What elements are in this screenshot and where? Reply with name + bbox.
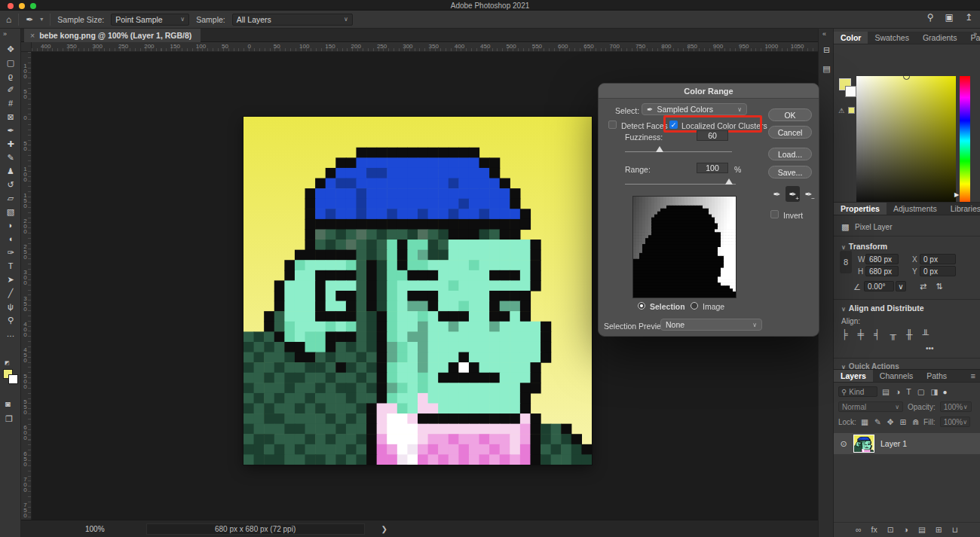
- tab-paths[interactable]: Paths: [920, 370, 954, 382]
- more-tools-icon[interactable]: …: [2, 327, 19, 340]
- frame-tool-icon[interactable]: ⊠: [2, 110, 19, 124]
- selection-radio[interactable]: [638, 302, 645, 310]
- tab-swatches[interactable]: Swatches: [868, 32, 916, 44]
- zoom-tool-icon[interactable]: ⚲: [2, 313, 19, 327]
- x-field[interactable]: 0 px: [920, 254, 956, 264]
- object-selection-tool-icon[interactable]: ✐: [2, 83, 19, 96]
- image-radio[interactable]: [691, 302, 698, 310]
- status-chevron-icon[interactable]: ❯: [381, 525, 387, 533]
- gradient-tool-icon[interactable]: ▧: [2, 205, 19, 218]
- gamut-color-chip[interactable]: [848, 107, 855, 114]
- tab-adjustments[interactable]: Adjustments: [887, 203, 944, 215]
- color-field-marker[interactable]: [903, 73, 910, 80]
- saturation-brightness-field[interactable]: [856, 76, 956, 211]
- lock-position-icon[interactable]: ✥: [887, 417, 894, 426]
- dialog-title[interactable]: Color Range: [599, 84, 819, 99]
- crop-tool-icon[interactable]: #: [2, 96, 19, 110]
- ok-button[interactable]: OK: [768, 108, 812, 121]
- pen-tool-icon[interactable]: ✑: [2, 246, 19, 259]
- collapse-panels-icon[interactable]: »: [973, 30, 977, 38]
- eyedropper-tool-icon[interactable]: ✒: [2, 124, 19, 137]
- close-tab-icon[interactable]: ×: [30, 31, 35, 40]
- layer-visibility-eye-icon[interactable]: ⊙: [834, 439, 853, 449]
- add-to-sample-eyedropper-icon[interactable]: ✒+: [786, 186, 800, 202]
- tab-gradients[interactable]: Gradients: [916, 32, 964, 44]
- filter-type-layer-icon[interactable]: T: [906, 387, 911, 396]
- tab-libraries[interactable]: Libraries: [944, 203, 980, 215]
- blend-mode-select[interactable]: Normal∨: [838, 401, 903, 412]
- filter-adjustment-layer-icon[interactable]: ◑: [896, 387, 900, 396]
- tab-properties[interactable]: Properties: [834, 203, 887, 215]
- fuzziness-value-field[interactable]: 60: [697, 130, 728, 141]
- clone-stamp-tool-icon[interactable]: ♟: [2, 164, 19, 178]
- angle-field[interactable]: 0.00°: [864, 281, 894, 291]
- lock-all-icon[interactable]: ⋒: [912, 417, 919, 426]
- range-slider-track[interactable]: [625, 184, 736, 185]
- tab-channels[interactable]: Channels: [873, 370, 920, 382]
- type-tool-icon[interactable]: T: [2, 259, 19, 273]
- history-brush-tool-icon[interactable]: ↺: [2, 178, 19, 191]
- lock-transparency-icon[interactable]: ▦: [861, 417, 868, 426]
- range-value-field[interactable]: 100: [697, 163, 728, 173]
- angle-chevron-icon[interactable]: ∨: [896, 281, 906, 291]
- quick-mask-icon[interactable]: ◙: [5, 399, 11, 408]
- active-tool-icon[interactable]: ✒: [26, 15, 33, 24]
- panel-menu-icon[interactable]: ≡: [971, 370, 980, 382]
- healing-brush-tool-icon[interactable]: ✚: [2, 137, 19, 151]
- align-top-icon[interactable]: ╥: [890, 329, 897, 340]
- link-dimensions-icon[interactable]: 8: [840, 251, 852, 273]
- tool-preset-chevron-icon[interactable]: ▾: [40, 17, 43, 23]
- move-tool-icon[interactable]: ✥: [2, 42, 19, 56]
- fuzziness-slider-track[interactable]: [625, 151, 732, 152]
- range-slider-thumb[interactable]: [725, 178, 733, 185]
- screen-mode-icon[interactable]: ❐: [5, 414, 13, 424]
- height-field[interactable]: 680 px: [865, 266, 899, 276]
- eraser-tool-icon[interactable]: ▱: [2, 191, 19, 205]
- layer-effects-icon[interactable]: fx: [871, 525, 877, 534]
- share-icon[interactable]: ↥: [965, 12, 972, 23]
- hue-slider[interactable]: [960, 76, 970, 211]
- brush-tool-icon[interactable]: ✎: [2, 151, 19, 164]
- fill-select[interactable]: 100%∨: [940, 416, 970, 427]
- new-layer-icon[interactable]: ⊞: [936, 525, 942, 534]
- sample-eyedropper-icon[interactable]: ✒: [770, 186, 784, 202]
- background-color-swatch[interactable]: [8, 374, 18, 384]
- tab-color[interactable]: Color: [834, 32, 868, 44]
- detect-faces-checkbox[interactable]: [608, 121, 617, 129]
- document-tab[interactable]: × bebe kong.png @ 100% (Layer 1, RGB/8): [24, 29, 201, 42]
- tab-layers[interactable]: Layers: [834, 370, 873, 382]
- opacity-select[interactable]: 100%∨: [940, 401, 972, 412]
- tab-patterns[interactable]: Patterns: [963, 32, 980, 44]
- expand-tools-icon[interactable]: »: [3, 30, 7, 38]
- layer-name[interactable]: Layer 1: [880, 439, 907, 448]
- document-canvas[interactable]: [243, 117, 592, 465]
- flip-vertical-icon[interactable]: ⇅: [936, 282, 942, 291]
- document-size-info[interactable]: 680 px x 680 px (72 ppi): [146, 523, 365, 535]
- cancel-button[interactable]: Cancel: [768, 126, 812, 139]
- subtract-from-sample-eyedropper-icon[interactable]: ✒−: [801, 186, 816, 202]
- delete-layer-icon[interactable]: ⊔: [952, 525, 958, 534]
- kind-filter-select[interactable]: ⚲ Kind: [838, 386, 877, 397]
- filter-shape-layer-icon[interactable]: ▢: [917, 387, 925, 396]
- sample-size-select[interactable]: Point Sample∨: [111, 14, 189, 26]
- sample-select[interactable]: All Layers∨: [232, 14, 353, 26]
- y-field[interactable]: 0 px: [920, 266, 956, 276]
- load-button[interactable]: Load...: [768, 148, 812, 160]
- width-field[interactable]: 680 px: [865, 254, 899, 264]
- align-middle-v-icon[interactable]: ╫: [906, 329, 913, 340]
- default-colors-icon[interactable]: ◩: [5, 360, 10, 366]
- collapsed-libraries-panel-icon[interactable]: ▤: [822, 64, 830, 74]
- new-group-icon[interactable]: ▤: [918, 525, 926, 534]
- align-center-h-icon[interactable]: ╪: [858, 329, 865, 340]
- add-layer-mask-icon[interactable]: ⊡: [887, 525, 894, 534]
- selection-preview-dropdown[interactable]: None ∨: [660, 319, 762, 331]
- zoom-level[interactable]: 100%: [85, 525, 105, 533]
- line-tool-icon[interactable]: ╱: [2, 286, 19, 300]
- collapsed-history-panel-icon[interactable]: ⊟: [823, 45, 830, 55]
- lock-artboard-icon[interactable]: ⊞: [899, 417, 906, 426]
- blur-tool-icon[interactable]: ◗: [2, 218, 19, 232]
- lock-paint-icon[interactable]: ✎: [874, 417, 881, 426]
- path-selection-tool-icon[interactable]: ➤: [2, 273, 19, 286]
- flip-horizontal-icon[interactable]: ⇄: [920, 282, 926, 291]
- filter-pixel-layer-icon[interactable]: ▤: [882, 387, 890, 396]
